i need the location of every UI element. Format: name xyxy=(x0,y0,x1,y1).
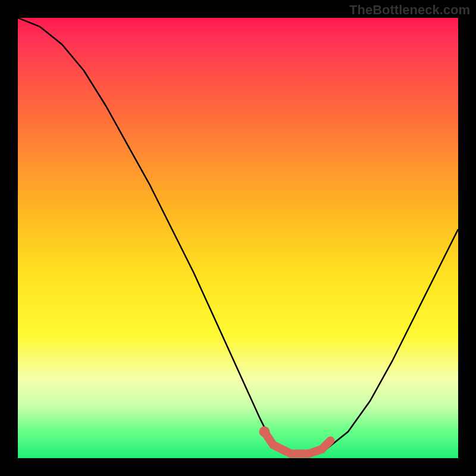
bottleneck-curve xyxy=(18,18,458,454)
chart-svg xyxy=(18,18,458,458)
optimal-range-start-dot xyxy=(259,427,270,437)
optimal-range-highlight xyxy=(264,432,330,454)
chart-plot-area xyxy=(18,18,458,458)
watermark-text: TheBottleneck.com xyxy=(349,2,470,18)
